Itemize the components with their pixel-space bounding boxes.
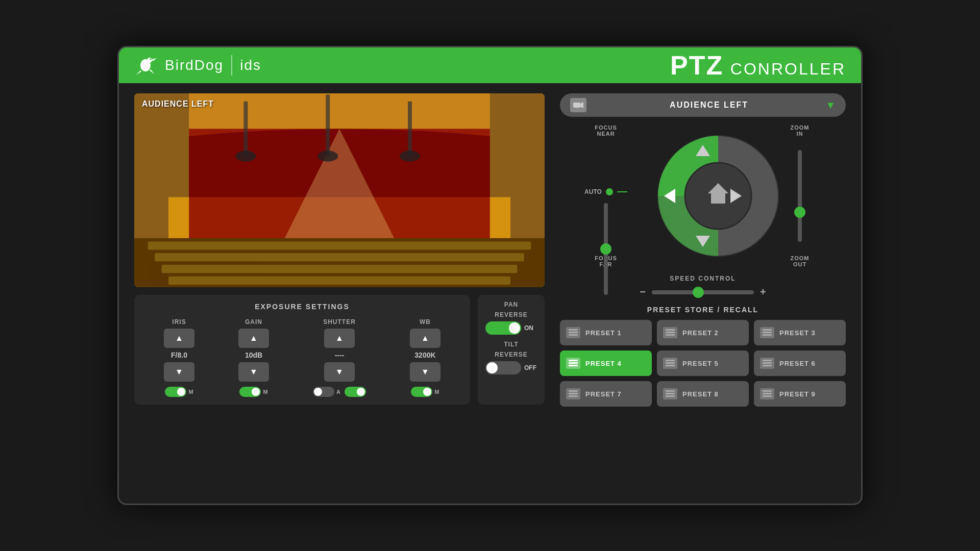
gain-up-button[interactable]: ▲	[238, 329, 269, 348]
header-title-area: PTZ CONROLLER	[670, 50, 846, 81]
gain-toggle-switch[interactable]	[239, 387, 261, 397]
preset-3-label: PRESET 3	[779, 329, 816, 337]
app-frame: BirdDog ids PTZ CONROLLER AUDIENCE LEFT	[117, 46, 863, 505]
focus-near-label: FOCUS NEAR	[595, 124, 617, 137]
camera-svg-icon	[573, 101, 583, 109]
preset-1-label: PRESET 1	[585, 329, 622, 337]
svg-rect-40	[763, 334, 772, 336]
preset-5-label: PRESET 5	[682, 360, 719, 367]
pan-toggle-switch[interactable]	[485, 321, 521, 335]
iris-up-button[interactable]: ▲	[164, 329, 194, 348]
shutter-toggle-switch2[interactable]	[345, 387, 366, 397]
speed-slider[interactable]	[652, 290, 754, 294]
shutter-down-button[interactable]: ▼	[324, 362, 355, 382]
birddog-logo-icon	[134, 55, 157, 76]
auto-indicator: AUTO	[584, 188, 627, 195]
brand-name: BirdDog	[165, 57, 224, 73]
wb-value: 3200K	[412, 351, 438, 359]
preset-section: PRESET STORE / RECALL PRESET 1	[560, 306, 846, 493]
svg-rect-34	[569, 334, 578, 336]
svg-rect-35	[666, 329, 675, 331]
preset-5-button[interactable]: PRESET 5	[657, 350, 749, 376]
exposure-controls: IRIS ▲ F/8.0 ▼ M	[144, 318, 460, 397]
preset-8-button[interactable]: PRESET 8	[657, 381, 749, 407]
speed-slider-row: − +	[640, 286, 766, 298]
svg-rect-36	[666, 332, 675, 333]
svg-rect-58	[763, 395, 772, 397]
svg-rect-54	[666, 393, 675, 394]
header-divider	[231, 55, 232, 76]
iris-toggle-switch[interactable]	[165, 387, 186, 397]
pan-left-button[interactable]	[664, 189, 675, 203]
zoom-out-text: ZOOM OUT	[791, 255, 810, 267]
tilt-toggle-switch[interactable]	[485, 361, 521, 374]
zoom-in-text: ZOOM IN	[791, 124, 810, 137]
focus-vertical-slider[interactable]	[604, 203, 608, 295]
tilt-up-button[interactable]	[696, 145, 710, 156]
gain-down-button[interactable]: ▼	[238, 362, 269, 382]
preset-7-button[interactable]: PRESET 7	[560, 381, 652, 407]
wb-toggle-switch[interactable]	[411, 387, 432, 397]
preset-7-label: PRESET 7	[585, 390, 622, 398]
svg-rect-33	[569, 332, 578, 333]
svg-point-25	[400, 151, 420, 161]
svg-rect-42	[569, 362, 578, 364]
iris-down-button[interactable]: ▼	[164, 362, 194, 382]
camera-select-dropdown[interactable]: AUDIENCE LEFT ▼	[560, 93, 846, 117]
svg-rect-20	[243, 102, 248, 156]
svg-rect-32	[569, 329, 578, 331]
preset-6-button[interactable]: PRESET 6	[754, 350, 846, 376]
pan-reverse-toggle[interactable]: ON	[485, 321, 537, 335]
ptz-label: PTZ	[670, 51, 723, 80]
preset-2-button[interactable]: PRESET 2	[657, 320, 749, 345]
preset-4-button[interactable]: PRESET 4	[560, 350, 652, 376]
pan-reverse-label-line1: PAN	[504, 301, 518, 308]
auto-line	[617, 191, 627, 192]
speed-plus-icon: +	[760, 286, 766, 298]
preset-1-button[interactable]: PRESET 1	[560, 320, 652, 345]
svg-rect-51	[569, 393, 578, 394]
svg-rect-46	[666, 365, 675, 366]
camera-icon	[570, 98, 586, 112]
wb-up-button[interactable]: ▲	[410, 329, 440, 348]
gain-mode-label: M	[263, 389, 267, 395]
svg-rect-13	[162, 265, 518, 273]
speed-label: SPEED CONTROL	[670, 275, 736, 282]
preset-2-label: PRESET 2	[682, 329, 719, 337]
camera-name-label: AUDIENCE LEFT	[593, 101, 825, 110]
auto-label: AUTO	[584, 188, 602, 195]
zoom-out-label: ZOOM OUT	[791, 255, 810, 267]
tilt-reverse-toggle[interactable]: OFF	[485, 361, 537, 374]
shutter-toggle-switch[interactable]	[313, 387, 334, 397]
svg-point-23	[235, 151, 256, 161]
home-button[interactable]	[680, 173, 726, 219]
svg-rect-47	[763, 360, 772, 361]
shutter-control: SHUTTER ▲ ---- ▼ A	[313, 318, 366, 397]
gain-control: GAIN ▲ 10dB ▼ M	[238, 318, 269, 397]
shutter-mode-toggle[interactable]: A	[313, 387, 366, 397]
svg-rect-38	[763, 329, 772, 331]
svg-rect-37	[666, 334, 675, 336]
dropdown-arrow-icon: ▼	[825, 99, 836, 111]
iris-mode-label: M	[188, 389, 193, 395]
gain-mode-toggle[interactable]: M	[239, 387, 267, 397]
shutter-up-button[interactable]: ▲	[324, 329, 355, 348]
svg-rect-22	[408, 102, 412, 156]
wb-down-button[interactable]: ▼	[410, 362, 440, 382]
pan-right-button[interactable]	[730, 189, 742, 203]
zoom-vertical-slider[interactable]	[798, 150, 802, 242]
preview-label: AUDIENCE LEFT	[142, 99, 214, 109]
preset-9-button[interactable]: PRESET 9	[754, 381, 846, 407]
pan-toggle-state: ON	[524, 324, 537, 332]
preview-container: AUDIENCE LEFT	[134, 93, 545, 287]
reverse-controls: PAN REVERSE ON TILT REVERSE	[478, 295, 545, 405]
wb-mode-toggle[interactable]: M	[411, 387, 439, 397]
svg-rect-50	[569, 390, 578, 392]
iris-mode-toggle[interactable]: M	[165, 387, 193, 397]
preset-3-button[interactable]: PRESET 3	[754, 320, 846, 345]
svg-rect-49	[763, 365, 772, 366]
shutter-mode-label: A	[336, 389, 340, 395]
tilt-down-button[interactable]	[696, 236, 710, 247]
svg-rect-12	[155, 253, 524, 261]
bottom-controls-row: EXPOSURE SETTINGS IRIS ▲ F/8.0 ▼	[134, 295, 545, 405]
